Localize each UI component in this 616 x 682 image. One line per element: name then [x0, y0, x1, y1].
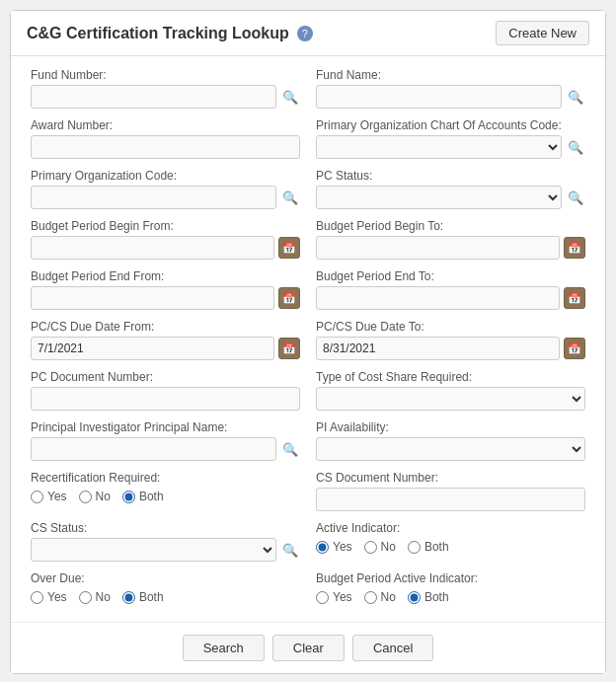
- calendar-budget-end-to[interactable]: 📅: [564, 287, 585, 309]
- radio-budget-active-both[interactable]: Both: [408, 590, 449, 604]
- select-pc-status[interactable]: [316, 186, 562, 209]
- calendar-budget-begin-from[interactable]: 📅: [278, 237, 300, 259]
- label-active-indicator: Active Indicator:: [316, 521, 585, 535]
- field-cs-status: CS Status: 🔍: [31, 521, 300, 562]
- input-cs-document-number[interactable]: [316, 488, 585, 511]
- search-fund-name-icon[interactable]: 🔍: [566, 87, 585, 107]
- label-recertification-required: Recertification Required:: [31, 471, 300, 485]
- label-budget-period-active: Budget Period Active Indicator:: [316, 571, 585, 585]
- radio-budget-active-yes[interactable]: Yes: [316, 590, 352, 604]
- help-icon[interactable]: ?: [297, 26, 313, 41]
- wrapper-primary-org-chart: 🔍: [316, 135, 585, 159]
- field-primary-org-code: Primary Organization Code: 🔍: [31, 169, 300, 209]
- field-cost-share: Type of Cost Share Required:: [316, 370, 585, 411]
- radio-input-overdue-both[interactable]: [122, 591, 135, 604]
- label-primary-org-code: Primary Organization Code:: [31, 169, 300, 183]
- radio-active-both[interactable]: Both: [408, 540, 449, 554]
- label-budget-begin-from: Budget Period Begin From:: [31, 219, 300, 233]
- radio-recertification-both[interactable]: Both: [122, 490, 164, 503]
- radio-input-budget-active-both[interactable]: [408, 591, 421, 604]
- field-budget-end-to: Budget Period End To: 📅: [316, 269, 585, 310]
- search-cs-status-icon[interactable]: 🔍: [280, 540, 300, 560]
- input-principal-investigator[interactable]: [31, 437, 276, 461]
- radio-overdue-both[interactable]: Both: [122, 590, 164, 604]
- calendar-icon-6: 📅: [568, 342, 581, 355]
- radio-active-yes[interactable]: Yes: [316, 540, 352, 554]
- input-budget-end-to[interactable]: [316, 286, 560, 310]
- radio-input-recertification-yes[interactable]: [31, 491, 43, 503]
- radio-input-recertification-no[interactable]: [79, 491, 92, 503]
- search-fund-number-icon[interactable]: 🔍: [280, 87, 300, 107]
- page-title: C&G Certification Tracking Lookup: [27, 25, 289, 42]
- radio-label-active-both: Both: [424, 540, 449, 554]
- field-recertification-required: Recertification Required: Yes No Both: [31, 471, 300, 511]
- radio-input-active-both[interactable]: [408, 541, 421, 554]
- input-fund-name[interactable]: [316, 85, 562, 109]
- label-pi-availability: PI Availability:: [316, 420, 585, 434]
- calendar-icon-4: 📅: [568, 292, 581, 305]
- input-pc-doc-number[interactable]: [31, 387, 300, 411]
- input-fund-number[interactable]: [31, 85, 276, 109]
- radio-budget-active-no[interactable]: No: [364, 590, 396, 604]
- label-award-number: Award Number:: [31, 118, 300, 132]
- radio-label-overdue-both: Both: [139, 590, 164, 604]
- radio-overdue-no[interactable]: No: [79, 590, 111, 604]
- field-principal-investigator: Principal Investigator Principal Name: 🔍: [31, 420, 300, 461]
- select-cost-share[interactable]: [316, 387, 585, 411]
- row-due-date: PC/CS Due Date From: 📅 PC/CS Due Date To…: [31, 320, 585, 360]
- clear-button[interactable]: Clear: [272, 635, 345, 661]
- field-budget-period-active: Budget Period Active Indicator: Yes No B…: [316, 571, 585, 604]
- radio-input-active-yes[interactable]: [316, 541, 329, 554]
- select-primary-org-chart[interactable]: [316, 135, 562, 159]
- wrapper-principal-investigator: 🔍: [31, 437, 300, 461]
- input-award-number[interactable]: [31, 135, 300, 159]
- select-cs-status[interactable]: [31, 538, 276, 562]
- radio-input-overdue-no[interactable]: [79, 591, 92, 604]
- radio-recertification-yes[interactable]: Yes: [31, 490, 67, 503]
- radio-overdue-yes[interactable]: Yes: [31, 590, 67, 604]
- field-budget-begin-from: Budget Period Begin From: 📅: [31, 219, 300, 260]
- calendar-budget-begin-to[interactable]: 📅: [564, 237, 585, 259]
- label-pc-status: PC Status:: [316, 169, 585, 183]
- input-due-date-to[interactable]: [316, 337, 560, 360]
- search-primary-org-code-icon[interactable]: 🔍: [280, 188, 300, 207]
- input-primary-org-code[interactable]: [31, 186, 276, 209]
- radio-group-budget-active: Yes No Both: [316, 588, 585, 604]
- radio-input-active-no[interactable]: [364, 541, 377, 554]
- radio-active-no[interactable]: No: [364, 540, 396, 554]
- create-new-button[interactable]: Create New: [496, 21, 589, 45]
- radio-label-budget-active-no: No: [381, 590, 396, 604]
- wrapper-pi-availability: [316, 437, 585, 461]
- input-budget-begin-from[interactable]: [31, 236, 274, 260]
- radio-input-overdue-yes[interactable]: [31, 591, 43, 604]
- field-fund-number: Fund Number: 🔍: [31, 68, 300, 109]
- radio-input-budget-active-yes[interactable]: [316, 591, 329, 604]
- radio-recertification-no[interactable]: No: [79, 490, 111, 503]
- row-budget-begin: Budget Period Begin From: 📅 Budget Perio…: [31, 219, 585, 260]
- search-principal-investigator-icon[interactable]: 🔍: [280, 439, 300, 459]
- row-pi: Principal Investigator Principal Name: 🔍…: [31, 420, 585, 461]
- input-budget-begin-to[interactable]: [316, 236, 560, 260]
- row-recertification: Recertification Required: Yes No Both: [31, 471, 585, 511]
- calendar-budget-end-from[interactable]: 📅: [278, 287, 300, 309]
- radio-label-budget-active-both: Both: [424, 590, 449, 604]
- search-primary-org-chart-icon[interactable]: 🔍: [566, 137, 585, 157]
- footer: Search Clear Cancel: [11, 622, 605, 673]
- radio-label-overdue-yes: Yes: [47, 590, 67, 604]
- field-award-number: Award Number:: [31, 118, 300, 159]
- field-due-date-to: PC/CS Due Date To: 📅: [316, 320, 585, 360]
- cancel-button[interactable]: Cancel: [352, 635, 433, 661]
- radio-input-recertification-both[interactable]: [122, 491, 135, 503]
- row-org-code: Primary Organization Code: 🔍 PC Status: …: [31, 169, 585, 209]
- input-budget-end-from[interactable]: [31, 286, 274, 310]
- calendar-icon-5: 📅: [282, 342, 296, 355]
- input-due-date-from[interactable]: [31, 337, 274, 360]
- label-pc-doc-number: PC Document Number:: [31, 370, 300, 384]
- calendar-due-date-to[interactable]: 📅: [564, 338, 585, 359]
- search-pc-status-icon[interactable]: 🔍: [566, 188, 585, 207]
- search-button[interactable]: Search: [183, 635, 265, 661]
- calendar-due-date-from[interactable]: 📅: [278, 338, 300, 359]
- field-primary-org-chart: Primary Organization Chart Of Accounts C…: [316, 118, 585, 159]
- select-pi-availability[interactable]: [316, 437, 585, 461]
- radio-input-budget-active-no[interactable]: [364, 591, 377, 604]
